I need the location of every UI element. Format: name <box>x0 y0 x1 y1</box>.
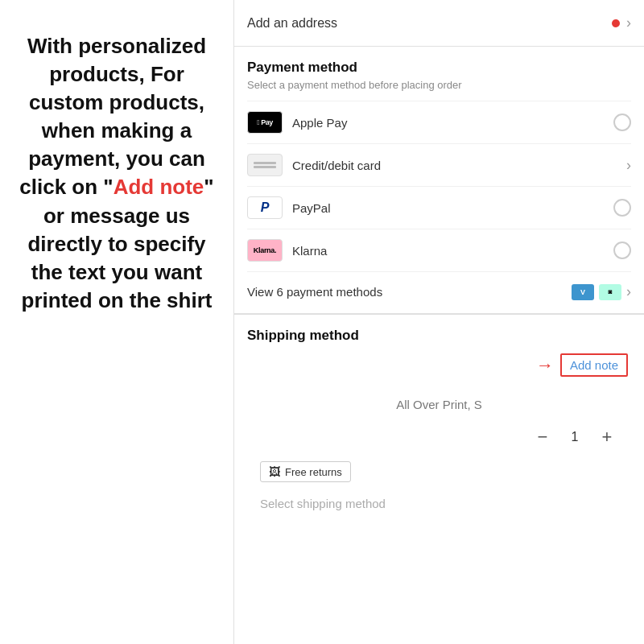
apple-pay-label: Apple Pay <box>292 116 347 130</box>
select-shipping-label: Select shipping method <box>260 497 386 510</box>
add-note-button[interactable]: Add note <box>560 353 628 377</box>
free-returns-label: Free returns <box>285 466 342 478</box>
product-info-row: All Over Print, S <box>247 390 631 419</box>
payment-item-apple-pay[interactable]:  Pay Apple Pay <box>247 101 631 143</box>
klarna-left: Klarna. Klarna <box>247 239 327 262</box>
shipping-title: Shipping method <box>247 328 631 344</box>
klarna-label: Klarna <box>292 244 327 258</box>
add-note-row: → Add note <box>247 353 631 377</box>
card-icon <box>247 154 283 176</box>
paypal-label: PayPal <box>292 201 331 215</box>
select-shipping-row[interactable]: Select shipping method <box>247 489 631 519</box>
payment-section: Payment method Select a payment method b… <box>234 47 644 314</box>
venmo-badge-icon: V <box>572 284 594 300</box>
payment-item-card[interactable]: Credit/debit card › <box>247 143 631 186</box>
returns-icon: 🖼 <box>269 465 280 478</box>
view-more-label: View 6 payment methods <box>247 285 382 299</box>
paypal-left: P PayPal <box>247 196 331 219</box>
quantity-increase-button[interactable]: + <box>596 426 618 448</box>
address-chevron-icon: › <box>626 14 631 31</box>
payment-item-klarna[interactable]: Klarna. Klarna <box>247 229 631 271</box>
klarna-radio[interactable] <box>613 242 631 259</box>
highlight-add-note: Add note <box>114 175 204 199</box>
paypal-radio[interactable] <box>613 199 631 217</box>
left-panel: With personalized products, For custom p… <box>0 0 233 644</box>
view-more-row[interactable]: View 6 payment methods V ◙ › <box>247 271 631 313</box>
instruction-text: With personalized products, For custom p… <box>16 32 217 315</box>
product-label: All Over Print, S <box>396 398 482 411</box>
arrow-right-icon: → <box>536 355 554 376</box>
card-label: Credit/debit card <box>292 159 381 172</box>
apple-pay-left:  Pay Apple Pay <box>247 111 347 134</box>
address-row-right: › <box>612 14 631 31</box>
view-more-right: V ◙ › <box>572 283 631 300</box>
add-address-row[interactable]: Add an address › <box>234 0 644 47</box>
apple-pay-radio[interactable] <box>613 114 631 131</box>
klarna-icon: Klarna. <box>247 239 283 262</box>
free-returns-row: 🖼 Free returns <box>247 455 631 489</box>
afterpay-badge-icon: ◙ <box>599 284 621 300</box>
quantity-value: 1 <box>567 430 583 444</box>
payment-section-subtitle: Select a payment method before placing o… <box>247 79 631 91</box>
payment-section-title: Payment method <box>247 60 631 76</box>
quantity-row: − 1 + <box>247 419 631 455</box>
shipping-section: Shipping method → Add note All Over Prin… <box>234 315 644 519</box>
payment-item-paypal[interactable]: P PayPal <box>247 186 631 229</box>
paypal-icon: P <box>247 196 283 219</box>
free-returns-badge: 🖼 Free returns <box>260 461 351 482</box>
right-panel: Add an address › Payment method Select a… <box>233 0 644 644</box>
quantity-decrease-button[interactable]: − <box>531 426 554 448</box>
card-left: Credit/debit card <box>247 154 381 176</box>
required-dot-icon <box>612 19 620 27</box>
add-address-label: Add an address <box>247 16 337 31</box>
card-chevron-icon: › <box>626 157 631 174</box>
view-more-chevron-icon: › <box>626 283 631 300</box>
apple-pay-icon:  Pay <box>247 111 283 134</box>
